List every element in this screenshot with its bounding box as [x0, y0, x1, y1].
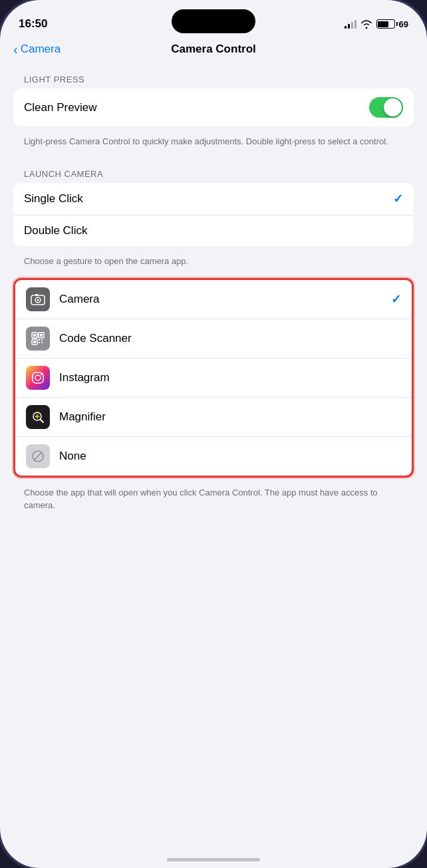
- clean-preview-label: Clean Preview: [24, 101, 97, 114]
- dynamic-island: [172, 9, 255, 33]
- clean-preview-toggle[interactable]: [369, 97, 403, 118]
- nav-bar: ‹ Camera Camera Control: [0, 37, 427, 64]
- svg-rect-11: [41, 339, 43, 341]
- qr-icon: [31, 331, 45, 346]
- app-row-scanner[interactable]: Code Scanner: [15, 319, 412, 359]
- magnifier-icon: [31, 410, 45, 424]
- svg-rect-10: [39, 339, 40, 341]
- page-title: Camera Control: [171, 43, 256, 56]
- svg-rect-7: [33, 334, 36, 337]
- none-app-icon: [26, 444, 50, 468]
- none-icon: [31, 449, 45, 464]
- phone-screen: 16:50: [0, 0, 427, 868]
- status-icons: 69: [345, 19, 408, 29]
- camera-app-label: Camera: [59, 293, 382, 306]
- content-area: LIGHT PRESS Clean Preview Light-press Ca…: [0, 64, 427, 522]
- camera-icon: [31, 292, 45, 307]
- light-press-group: Clean Preview: [13, 88, 414, 126]
- svg-line-22: [34, 452, 42, 460]
- none-app-label: None: [59, 450, 401, 463]
- svg-rect-2: [35, 294, 38, 296]
- instagram-app-icon: [26, 366, 50, 390]
- magnifier-app-icon: [26, 405, 50, 429]
- launch-camera-description: Choose a gesture to open the camera app.: [13, 251, 414, 278]
- light-press-description: Light-press Camera Control to quickly ma…: [13, 132, 414, 158]
- svg-point-3: [37, 299, 39, 301]
- camera-checkmark: ✓: [391, 292, 401, 307]
- instagram-icon: [31, 370, 45, 385]
- light-press-header: LIGHT PRESS: [13, 64, 414, 88]
- status-time: 16:50: [19, 17, 47, 31]
- svg-line-18: [41, 420, 44, 423]
- app-row-magnifier[interactable]: Magnifier: [15, 398, 412, 437]
- single-click-row[interactable]: Single Click ✓: [13, 183, 414, 216]
- scanner-app-label: Code Scanner: [59, 332, 401, 345]
- chevron-left-icon: ‹: [13, 43, 18, 56]
- single-click-label: Single Click: [24, 192, 83, 206]
- svg-rect-9: [33, 341, 36, 343]
- single-click-checkmark: ✓: [393, 192, 403, 206]
- app-row-instagram[interactable]: Instagram: [15, 359, 412, 398]
- app-list-description: Choose the app that will open when you c…: [13, 483, 414, 521]
- scanner-app-icon: [26, 327, 50, 351]
- clean-preview-row: Clean Preview: [13, 88, 414, 126]
- launch-camera-header: LAUNCH CAMERA: [13, 158, 414, 183]
- double-click-label: Double Click: [24, 224, 87, 237]
- app-row-camera[interactable]: Camera ✓: [15, 280, 412, 319]
- svg-rect-13: [41, 342, 43, 343]
- instagram-app-label: Instagram: [59, 371, 401, 384]
- toggle-knob: [384, 98, 402, 116]
- app-list-group: Camera ✓: [13, 278, 414, 478]
- launch-camera-group: Single Click ✓ Double Click: [13, 183, 414, 246]
- back-label: Camera: [21, 43, 61, 56]
- phone-frame: 16:50: [0, 0, 427, 868]
- app-row-none[interactable]: None: [15, 437, 412, 476]
- wifi-icon: [360, 19, 372, 29]
- svg-rect-8: [40, 334, 43, 337]
- double-click-row[interactable]: Double Click: [13, 216, 414, 246]
- home-indicator[interactable]: [167, 858, 260, 861]
- camera-app-icon: [26, 287, 50, 311]
- battery-indicator: 69: [376, 19, 408, 29]
- magnifier-app-label: Magnifier: [59, 410, 401, 424]
- battery-percent: 69: [399, 19, 408, 29]
- svg-point-16: [41, 374, 42, 375]
- svg-point-15: [35, 375, 41, 380]
- back-button[interactable]: ‹ Camera: [13, 43, 61, 56]
- signal-icon: [345, 19, 356, 29]
- svg-rect-12: [39, 342, 40, 343]
